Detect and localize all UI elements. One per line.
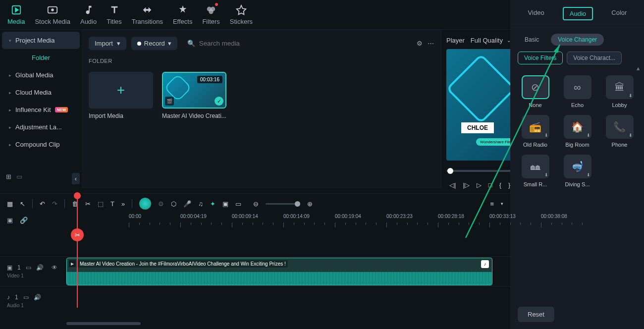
sidebar-global-media[interactable]: ▸Global Media: [2, 66, 80, 84]
properties-panel: Video Audio Color Basic Voice Changer Vo…: [510, 0, 644, 329]
clip-title: Master AI Video Creation - Join the #Fil…: [78, 260, 288, 268]
sidebar-influence-kit[interactable]: ▸Influence KitNEW: [2, 101, 80, 118]
folder-icon[interactable]: ▭: [16, 173, 22, 184]
search-input[interactable]: [199, 40, 407, 47]
group-icon[interactable]: ▣: [222, 200, 228, 208]
audio-track-content[interactable]: [64, 286, 510, 316]
sidebar-adjustment-layer[interactable]: ▸Adjustment La...: [2, 118, 80, 136]
next-frame-button[interactable]: |▷: [463, 181, 469, 189]
new-folder-icon[interactable]: ⊞: [6, 173, 11, 184]
ruler-mark: 00:00:33:13: [489, 214, 516, 219]
ai-button[interactable]: [139, 198, 151, 210]
nav-titles[interactable]: Titles: [107, 4, 122, 25]
effect-label: Big Room: [560, 142, 595, 148]
view-icon[interactable]: ≡: [490, 200, 494, 208]
video-track-icon: ▣: [7, 264, 12, 271]
effect-smallr[interactable]: 🏘⬇Small R...: [518, 155, 553, 187]
video-clip[interactable]: ▶ Master AI Video Creation - Join the #F…: [66, 258, 492, 285]
effect-lobby[interactable]: 🏛⬇Lobby: [602, 75, 637, 108]
sidebar-project-media[interactable]: ▾ Project Media: [2, 32, 80, 49]
timeline-layer-icon[interactable]: ▣: [7, 217, 13, 225]
effect-oldradio[interactable]: 📻⬇Old Radio: [518, 115, 553, 148]
tab-video[interactable]: Video: [522, 7, 550, 20]
mute-icon[interactable]: 🔊: [36, 264, 44, 271]
nav-stickers[interactable]: Stickers: [230, 4, 253, 25]
tab-color[interactable]: Color: [605, 7, 633, 20]
effect-none[interactable]: ⊘None: [518, 75, 553, 108]
search-box[interactable]: 🔍: [182, 37, 412, 50]
zoom-in-button[interactable]: ⊕: [307, 200, 313, 208]
sidebar-compound-clip[interactable]: ▸Compound Clip: [2, 136, 80, 153]
text-button[interactable]: T: [110, 200, 114, 208]
effect-label: Phone: [602, 142, 637, 148]
subtab-voice-changer[interactable]: Voice Changer: [551, 34, 604, 46]
more-tools-button[interactable]: »: [121, 200, 125, 208]
effect-phone[interactable]: 📞⬇Phone: [602, 115, 637, 148]
chip-voice-filters[interactable]: Voice Filters: [518, 52, 563, 64]
zoom-slider[interactable]: [266, 203, 300, 205]
music-icon[interactable]: ♫: [198, 200, 203, 208]
subtab-basic[interactable]: Basic: [518, 34, 546, 46]
playhead-handle[interactable]: [74, 192, 81, 199]
name-tag: CHLOE: [461, 122, 494, 133]
reset-button[interactable]: Reset: [518, 307, 554, 322]
cursor-icon[interactable]: ↖: [20, 200, 25, 208]
ruler-mark: 00:00:14:09: [283, 214, 310, 219]
seek-handle[interactable]: [447, 168, 453, 174]
grid-icon[interactable]: ▦: [7, 200, 13, 208]
stop-button[interactable]: □: [488, 181, 492, 189]
media-clip-item[interactable]: 00:03:16 🎬 ✓ Master AI Video Creati...: [162, 72, 226, 119]
zoom-handle[interactable]: [295, 201, 300, 207]
marker-icon[interactable]: ✦: [210, 200, 215, 208]
play-button[interactable]: ▷: [477, 181, 482, 189]
collapse-panel-icon[interactable]: ▴: [637, 64, 640, 72]
cut-marker[interactable]: ✂: [71, 228, 84, 241]
nav-media[interactable]: Media: [7, 4, 25, 25]
sidebar-folder[interactable]: Folder: [2, 49, 80, 66]
playhead[interactable]: ✂: [77, 194, 78, 308]
effect-echo[interactable]: ∞Echo: [560, 75, 595, 108]
tab-audio[interactable]: Audio: [563, 7, 593, 20]
sidebar-cloud-media[interactable]: ▸Cloud Media: [2, 84, 80, 101]
player-label: Player: [446, 37, 465, 44]
video-track-content[interactable]: ▶ Master AI Video Creation - Join the #F…: [64, 257, 510, 286]
effect-box: 🤿⬇: [564, 155, 591, 178]
nav-audio[interactable]: Audio: [80, 4, 97, 25]
mic-icon[interactable]: 🎤: [183, 200, 191, 208]
import-dropdown[interactable]: Import▾: [89, 37, 126, 50]
record-icon[interactable]: ▭: [235, 200, 241, 208]
nav-filters[interactable]: Filters: [202, 4, 219, 25]
split-button[interactable]: ✂: [85, 200, 91, 208]
mute-icon[interactable]: 🔊: [34, 294, 41, 301]
lock-icon[interactable]: ▭: [23, 294, 29, 301]
clip-play-icon: ▶: [69, 260, 76, 267]
view-dropdown-icon[interactable]: ▾: [501, 201, 503, 206]
crop-button[interactable]: ⬚: [98, 200, 104, 208]
effect-divings[interactable]: 🤿⬇Diving S...: [560, 155, 595, 187]
effect-bigroom[interactable]: 🏠⬇Big Room: [560, 115, 595, 148]
nav-effects[interactable]: Effects: [173, 4, 193, 25]
more-icon[interactable]: ⋯: [428, 40, 434, 47]
download-icon: ⬇: [629, 133, 633, 138]
titles-icon: [108, 4, 120, 16]
shield-icon[interactable]: ⬡: [171, 200, 176, 208]
lock-icon[interactable]: ▭: [26, 264, 31, 271]
visibility-icon[interactable]: 👁: [52, 264, 57, 271]
zoom-out-button[interactable]: ⊖: [253, 200, 259, 208]
quality-select[interactable]: Full Quality⌄: [471, 37, 511, 44]
nav-stock-media[interactable]: Stock Media: [35, 4, 70, 25]
timeline-link-icon[interactable]: 🔗: [20, 217, 28, 225]
filter-icon[interactable]: ⚙: [417, 40, 423, 47]
chip-voice-character[interactable]: Voice Charact...: [567, 52, 622, 64]
redo-button[interactable]: ↷: [52, 200, 57, 208]
horizontal-scrollbar[interactable]: [66, 322, 141, 325]
nav-transitions[interactable]: Transitions: [132, 4, 163, 25]
prev-frame-button[interactable]: ◁|: [449, 181, 456, 189]
settings-icon[interactable]: ⚙: [158, 200, 164, 208]
import-media-item[interactable]: + Import Media: [89, 72, 153, 119]
mark-in-button[interactable]: {: [499, 181, 501, 189]
effect-label: Old Radio: [518, 142, 553, 148]
record-dropdown[interactable]: Record▾: [131, 37, 177, 50]
collapse-sidebar-button[interactable]: ‹: [72, 173, 80, 184]
undo-button[interactable]: ↶: [40, 200, 45, 208]
